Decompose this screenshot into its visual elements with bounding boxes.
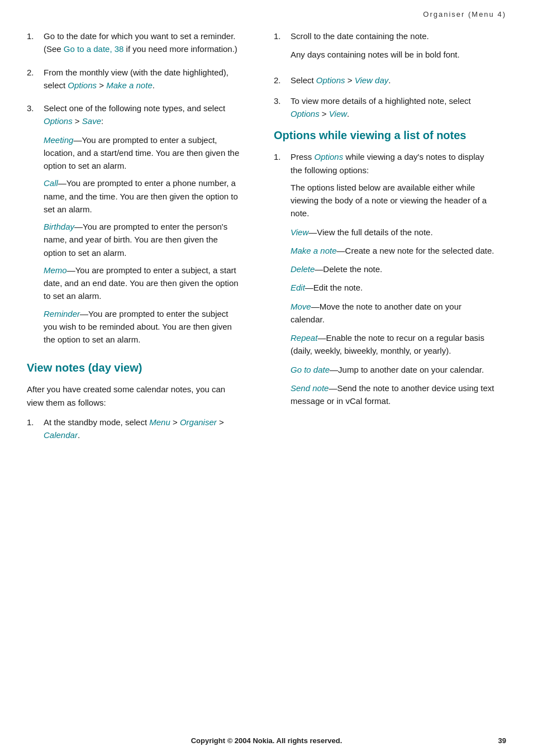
list-item: Scroll to the date containing the note. …: [274, 30, 497, 66]
right-column: Scroll to the date containing the note. …: [257, 30, 514, 451]
list-item: To view more details of a highlighted no…: [274, 94, 497, 121]
page-header: Organiser (Menu 4): [0, 0, 533, 24]
view-notes-intro: After you have created some calendar not…: [27, 383, 240, 409]
left-steps-list: Go to the date for which you want to set…: [27, 30, 240, 350]
options-section: Options while viewing a list of notes Pr…: [274, 128, 497, 413]
list-item: Select Options > View day.: [274, 74, 497, 87]
list-item: Press Options while viewing a day's note…: [274, 150, 497, 413]
section-view-notes: View notes (day view) After you have cre…: [27, 360, 240, 441]
left-column: Go to the date for which you want to set…: [0, 30, 257, 451]
list-item: From the monthly view (with the date hig…: [27, 66, 240, 92]
list-item: At the standby mode, select Menu > Organ…: [27, 416, 240, 442]
sub-item-block: Meeting—You are prompted to enter a subj…: [44, 134, 240, 346]
go-to-date-link[interactable]: Go to a date, 38: [64, 44, 124, 54]
options-steps: Press Options while viewing a day's note…: [274, 150, 497, 413]
right-top-steps: Scroll to the date containing the note. …: [274, 30, 497, 120]
page-number: 39: [498, 736, 506, 745]
options-section-heading: Options while viewing a list of notes: [274, 128, 497, 142]
view-notes-heading: View notes (day view): [27, 360, 240, 375]
list-item: Go to the date for which you want to set…: [27, 30, 240, 56]
view-notes-steps: At the standby mode, select Menu > Organ…: [27, 416, 240, 442]
list-item: Select one of the following note types, …: [27, 102, 240, 350]
page-footer: Copyright © 2004 Nokia. All rights reser…: [0, 736, 533, 745]
